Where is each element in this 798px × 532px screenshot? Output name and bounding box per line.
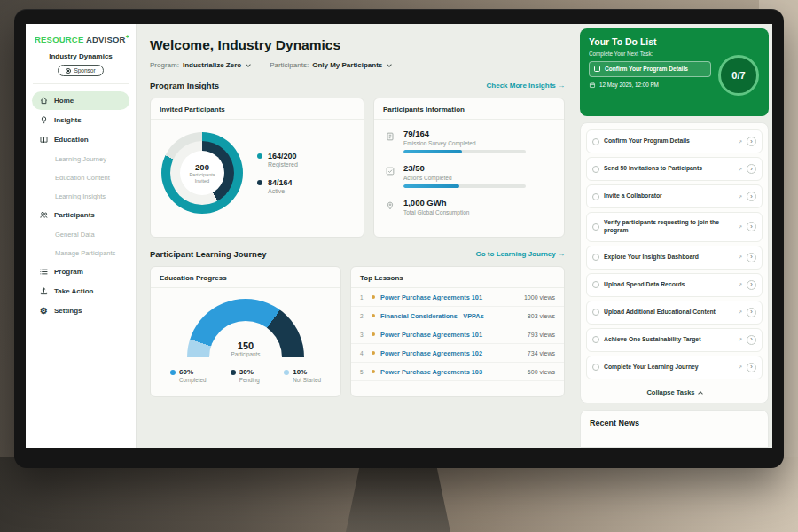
task-row[interactable]: Achieve One Sustainability Target ↗ ›: [586, 328, 763, 352]
sidebar: RESOURCE ADVISOR+ Industry Dynamics Spon…: [26, 24, 137, 448]
sidebar-item-take-action[interactable]: Take Action: [32, 282, 129, 301]
gauge-area: 150 Participants 60% Completed: [151, 288, 340, 383]
task-row[interactable]: Confirm Your Program Details ↗ ›: [586, 129, 763, 153]
sidebar-item-learning-insights[interactable]: Learning Insights: [32, 187, 129, 205]
sidebar-item-home[interactable]: Home: [32, 91, 129, 110]
invited-legend: 164/200 Registered 84/164 Active: [257, 152, 298, 194]
legend-dot: [257, 153, 262, 159]
task-chevron-button[interactable]: ›: [747, 164, 756, 174]
donut-center-value: 200: [195, 162, 209, 172]
sidebar-item-label: Settings: [54, 307, 82, 315]
task-radio[interactable]: [592, 223, 599, 231]
task-chevron-button[interactable]: ›: [747, 137, 756, 146]
sidebar-item-participants[interactable]: Participants: [32, 206, 129, 224]
task-radio[interactable]: [592, 281, 599, 288]
task-radio[interactable]: [592, 364, 599, 371]
checkbox[interactable]: [594, 66, 600, 72]
lesson-link[interactable]: Power Purchase Agreements 101: [380, 293, 482, 301]
logo-advisor: ADVISOR: [86, 35, 126, 44]
program-select[interactable]: Program: Industrialize Zero: [150, 61, 250, 69]
check-more-insights-link[interactable]: Check More Insights →: [487, 82, 565, 90]
lesson-row: 4 Power Purchase Agreements 102 734 view…: [351, 344, 564, 363]
task-row[interactable]: Explore Your Insights Dashboard ↗ ›: [586, 246, 763, 270]
task-chevron-button[interactable]: ›: [747, 308, 756, 317]
next-task-row[interactable]: Confirm Your Program Details: [589, 61, 711, 77]
stat-emission-survey: 79/164 Emission Survey Completed: [385, 129, 553, 153]
upload-icon: [39, 286, 49, 296]
task-chevron-button[interactable]: ›: [747, 363, 756, 372]
education-progress-card: Education Progress 150 Participants: [150, 266, 341, 397]
participants-select[interactable]: Participants: Only My Participants: [270, 61, 391, 69]
gauge-center: 150 Participants: [187, 340, 304, 357]
task-radio[interactable]: [592, 336, 599, 343]
section-title-program-insights: Program Insights: [150, 81, 219, 90]
invited-donut-chart: 200 Participants Invited: [161, 132, 243, 214]
filter-controls: Program: Industrialize Zero Participants…: [150, 61, 565, 69]
sidebar-item-education[interactable]: Education: [32, 130, 129, 149]
sidebar-item-manage-participants[interactable]: Manage Participants: [32, 244, 129, 262]
home-icon: [39, 96, 49, 106]
task-chevron-button[interactable]: ›: [747, 280, 756, 290]
sidebar-item-label: Education Content: [55, 174, 110, 182]
lesson-rank: 5: [360, 369, 366, 375]
sidebar-item-general-data[interactable]: General Data: [32, 225, 129, 243]
lesson-dot-icon: [372, 295, 375, 299]
task-row[interactable]: Upload Additional Educational Content ↗ …: [586, 301, 763, 325]
sidebar-item-insights[interactable]: Insights: [32, 111, 129, 129]
task-radio[interactable]: [592, 309, 599, 316]
lesson-link[interactable]: Power Purchase Agreements 101: [380, 331, 482, 339]
task-radio[interactable]: [592, 193, 599, 200]
task-label: Verify participants requesting to join t…: [604, 219, 733, 235]
recent-news-section: Recent News: [580, 410, 769, 448]
sidebar-nav: Home Insights Education Learning Journey…: [26, 84, 136, 327]
task-chevron-button[interactable]: ›: [747, 222, 756, 231]
collapse-tasks-link[interactable]: Collapse Tasks: [583, 383, 765, 399]
task-chevron-button[interactable]: ›: [747, 192, 756, 201]
sidebar-item-program[interactable]: Program: [32, 262, 129, 281]
org-name: Industry Dynamics: [26, 52, 136, 60]
calendar-icon: [589, 82, 596, 89]
task-row[interactable]: Complete Your Learning Journey ↗ ›: [586, 356, 763, 379]
sidebar-item-label: Manage Participants: [55, 249, 115, 257]
card-title: Invited Participants: [151, 98, 364, 120]
task-row[interactable]: Upload Spend Data Records ↗ ›: [586, 273, 763, 297]
sidebar-item-education-content[interactable]: Education Content: [32, 168, 129, 186]
sidebar-item-learning-journey[interactable]: Learning Journey: [32, 150, 129, 168]
lesson-rank: 2: [360, 313, 366, 319]
todo-progress-count: 0/7: [732, 70, 745, 81]
stat-value: 79/164: [403, 129, 526, 138]
lesson-link[interactable]: Power Purchase Agreements 102: [380, 349, 482, 357]
insights-cards-row: Invited Participants 200 Participants In…: [150, 98, 565, 238]
stat-value: 23/50: [403, 163, 526, 173]
program-select-label: Program:: [150, 61, 179, 69]
external-link-icon: ↗: [738, 254, 742, 260]
lesson-dot-icon: [372, 370, 375, 373]
participants-select-label: Participants:: [270, 61, 309, 69]
stat-label: Total Global Consumption: [403, 209, 469, 215]
task-chevron-button[interactable]: ›: [747, 253, 756, 262]
task-row[interactable]: Send 50 Invitations to Participants ↗ ›: [586, 157, 763, 181]
external-link-icon: ↗: [738, 139, 742, 145]
task-radio[interactable]: [592, 254, 599, 261]
next-task-label: Confirm Your Program Details: [605, 66, 688, 73]
task-radio[interactable]: [592, 138, 599, 145]
gauge-center-value: 150: [187, 340, 304, 351]
lesson-link[interactable]: Financial Considerations - VPPAs: [380, 312, 484, 320]
arrow-right-icon: →: [558, 82, 565, 90]
recent-news-title: Recent News: [590, 419, 639, 427]
external-link-icon: ↗: [738, 167, 742, 172]
sidebar-item-settings[interactable]: ⚙ Settings: [32, 301, 129, 320]
task-chevron-button[interactable]: ›: [747, 335, 756, 345]
task-radio[interactable]: [592, 166, 599, 173]
card-title: Participants Information: [374, 98, 564, 120]
task-row[interactable]: Invite a Collaborator ↗ ›: [586, 184, 763, 208]
stat-value: 1,000 GWh: [403, 198, 469, 207]
lesson-rank: 4: [360, 350, 366, 356]
go-to-learning-journey-link[interactable]: Go to Learning Journey →: [476, 250, 565, 258]
task-row[interactable]: Verify participants requesting to join t…: [586, 212, 763, 242]
sponsor-badge: Sponsor: [58, 65, 104, 76]
lesson-link[interactable]: Power Purchase Agreements 103: [380, 368, 482, 376]
lesson-views: 793 views: [528, 332, 555, 338]
progress-bar-fill: [403, 184, 459, 188]
legend-label: Completed: [179, 377, 206, 383]
